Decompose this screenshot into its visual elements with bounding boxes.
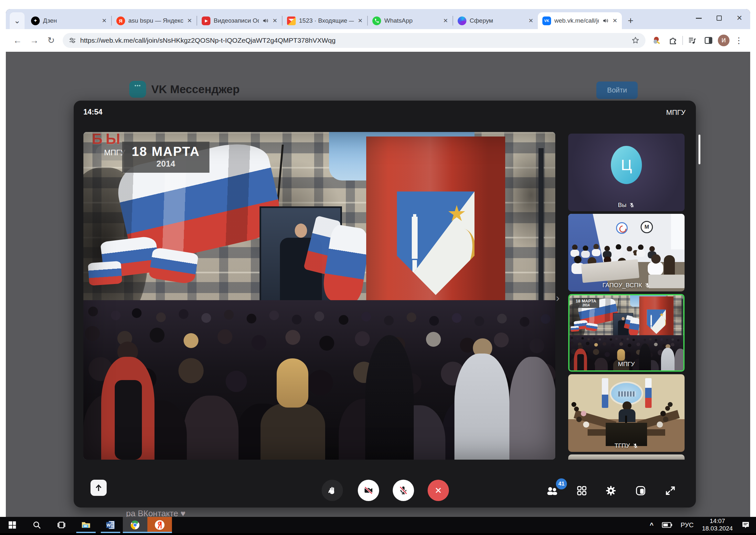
minimize-button[interactable] xyxy=(696,18,702,19)
tab-close-icon[interactable]: ✕ xyxy=(357,17,363,24)
participant-name: Вы xyxy=(618,202,626,209)
tab-whatsapp[interactable]: WhatsApp ✕ xyxy=(368,12,452,29)
mail-favicon xyxy=(287,16,296,25)
file-explorer-button[interactable] xyxy=(74,517,98,533)
mic-off-button[interactable] xyxy=(393,480,414,501)
battery-icon[interactable] xyxy=(662,522,672,528)
crowd-person xyxy=(509,357,555,460)
end-call-button[interactable] xyxy=(428,480,449,501)
sidebar-collapse-chevron[interactable]: › xyxy=(556,292,559,304)
side-panel-icon[interactable] xyxy=(702,34,715,47)
tab-audio-icon[interactable] xyxy=(262,17,269,24)
participant-tile-partial[interactable] xyxy=(568,455,685,460)
call-clock: 14:54 xyxy=(83,108,102,116)
browser-window: ⌄ Дзен ✕ asu bspu — Яндекс: ✕ Видеозапис… xyxy=(6,9,750,517)
extension-mascot-icon[interactable] xyxy=(650,34,663,47)
tab-yandex-search[interactable]: asu bspu — Яндекс: ✕ xyxy=(112,12,197,29)
close-window-button[interactable]: ✕ xyxy=(737,14,742,22)
site-settings-icon[interactable] xyxy=(68,37,76,44)
fullscreen-button[interactable] xyxy=(662,483,678,498)
tab-label: WhatsApp xyxy=(384,17,439,24)
tab-vk-call-active[interactable]: web.vk.me/call/jc ✕ xyxy=(538,12,622,29)
participant-tile-you[interactable]: Ц Вы xyxy=(568,134,685,211)
tab-video[interactable]: Видеозаписи Оф ✕ xyxy=(197,12,282,29)
extensions-puzzle-icon[interactable] xyxy=(666,34,680,47)
system-tray: ^ РУС 14:07 18.03.2024 xyxy=(650,517,756,533)
vk-messenger-brand: VK Мессенджер xyxy=(129,81,239,98)
share-screen-button[interactable] xyxy=(91,480,107,496)
camera-off-button[interactable] xyxy=(358,480,379,501)
active-speaker-name: МПГУ xyxy=(666,108,686,117)
tab-close-icon[interactable]: ✕ xyxy=(186,17,193,24)
media-controls-icon[interactable] xyxy=(686,34,699,47)
yandex-browser-button[interactable] xyxy=(148,517,172,533)
call-overlay: 14:54 МПГУ БЫ xyxy=(74,100,696,508)
speaker-on-screen xyxy=(295,223,307,238)
university-flag xyxy=(602,378,608,408)
tray-expand-chevron[interactable]: ^ xyxy=(650,521,654,529)
start-button[interactable] xyxy=(0,517,25,533)
back-button[interactable]: ← xyxy=(10,33,25,47)
tab-close-icon[interactable]: ✕ xyxy=(272,17,278,24)
reload-button[interactable]: ↻ xyxy=(44,33,58,47)
taskbar-bottom-strip xyxy=(0,533,756,535)
crowd-person xyxy=(260,403,325,460)
whatsapp-favicon xyxy=(372,16,381,25)
thumbnail-date-caption: 18 МАРТА 2014 xyxy=(573,298,599,308)
tab-search-button[interactable]: ⌄ xyxy=(10,12,25,29)
monument-column xyxy=(412,217,418,259)
tab-close-icon[interactable]: ✕ xyxy=(528,17,534,24)
language-indicator[interactable]: РУС xyxy=(681,521,694,529)
address-bar[interactable]: https://web.vk.me/call/join/sNsHKkgz2QOS… xyxy=(63,33,645,48)
menu-dots-icon[interactable]: ⋮ xyxy=(732,34,746,47)
tab-label: asu bspu — Яндекс: xyxy=(128,17,183,24)
tab-label: Дзен xyxy=(43,17,98,24)
tab-close-icon[interactable]: ✕ xyxy=(612,17,618,24)
yandex-favicon xyxy=(116,16,125,25)
conference-room-scene xyxy=(568,374,685,452)
russian-flag xyxy=(645,378,652,408)
tab-label: Сферум xyxy=(470,17,525,24)
word-button[interactable]: W xyxy=(98,517,123,533)
picture-in-picture-button[interactable] xyxy=(633,483,648,498)
tab-close-icon[interactable]: ✕ xyxy=(443,17,448,24)
sidebar-scrollbar[interactable] xyxy=(698,134,700,164)
restore-button[interactable] xyxy=(716,15,722,21)
profile-avatar[interactable]: И xyxy=(718,35,730,46)
grid-view-button[interactable] xyxy=(574,483,589,498)
tray-date: 18.03.2024 xyxy=(702,525,733,532)
tab-audio-icon[interactable] xyxy=(602,17,608,24)
forward-button[interactable]: → xyxy=(27,33,41,47)
participant-tile-tgpu[interactable]: ТГПУ xyxy=(568,374,685,452)
bookmark-star-icon[interactable] xyxy=(631,36,640,44)
search-button[interactable] xyxy=(25,517,49,533)
participant-name: ТГПУ xyxy=(614,442,630,449)
tray-clock[interactable]: 14:07 18.03.2024 xyxy=(702,518,733,532)
mic-muted-icon xyxy=(633,443,638,449)
mic-muted-icon xyxy=(629,202,635,208)
crowd-person-red-jacket xyxy=(101,357,154,460)
settings-gear-icon[interactable] xyxy=(603,483,619,498)
main-video-mpgu[interactable]: БЫ xyxy=(83,132,555,460)
tab-sferum[interactable]: Сферум ✕ xyxy=(453,12,538,29)
new-tab-button[interactable]: + xyxy=(622,12,639,29)
login-button[interactable]: Войти xyxy=(596,81,638,99)
svg-text:W: W xyxy=(107,523,111,527)
chairman-body xyxy=(619,409,635,422)
raise-hand-button[interactable] xyxy=(322,480,343,501)
stage-rig-pole xyxy=(538,148,544,316)
participant-tile-mpgu-selected[interactable]: 18 МАРТА 2014 МПГУ xyxy=(568,294,685,372)
tab-label: Видеозаписи Оф xyxy=(214,17,259,24)
tab-mail-inbox[interactable]: 1523 · Входящие — ✕ xyxy=(283,12,367,29)
participant-tile-gapou-vspk[interactable]: М ГАПОУ_ВСПК xyxy=(568,214,685,292)
task-view-button[interactable] xyxy=(49,517,74,533)
participants-count-badge: 41 xyxy=(556,478,567,490)
url-text[interactable]: https://web.vk.me/call/join/sNsHKkgz2QOS… xyxy=(80,37,627,44)
tab-close-icon[interactable]: ✕ xyxy=(101,17,107,24)
video-date-caption: 18 МАРТА 2014 xyxy=(122,142,209,173)
chrome-button-active[interactable] xyxy=(123,517,148,533)
tray-time: 14:07 xyxy=(702,518,733,525)
window-controls: ✕ xyxy=(696,9,747,27)
action-center-icon[interactable] xyxy=(741,521,750,529)
tab-dzen[interactable]: Дзен ✕ xyxy=(26,12,111,29)
